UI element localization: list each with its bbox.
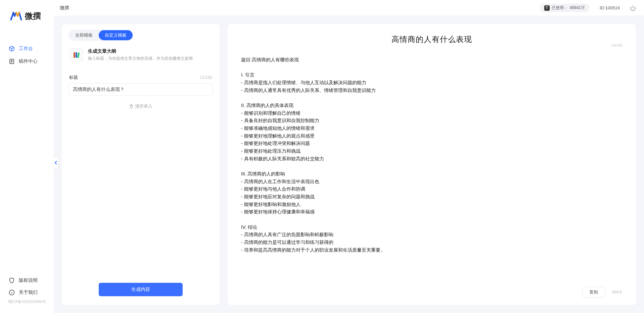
template-desc: 输入标题，为你提供文章主体的灵感，并为其创建推文提纲 [88, 56, 193, 61]
shield-icon [9, 277, 15, 283]
sidebar-item-label: 关于我们 [19, 290, 38, 296]
sidebar: 微撰 工作台 稿件中心 版权说明 [0, 0, 54, 313]
sidebar-item-label: 版权说明 [19, 277, 38, 283]
svg-rect-2 [74, 52, 75, 58]
title-input[interactable] [68, 83, 213, 96]
brand-name: 微撰 [25, 11, 41, 21]
text-chip-icon: T [544, 5, 550, 11]
clear-input-button[interactable]: 清空录入 [129, 103, 152, 109]
selected-template[interactable]: 生成文章大纲 输入标题，为你提供文章主体的灵感，并为其创建推文提纲 [68, 47, 213, 63]
trash-icon [129, 104, 134, 109]
sidebar-collapse-toggle[interactable] [54, 157, 58, 169]
nav-item-drafts[interactable]: 稿件中心 [0, 55, 54, 68]
output-title-count: 10/100 [611, 43, 623, 47]
brand-logo-icon [10, 10, 22, 22]
header: 微撰 T 已使用： 45641字 ID:100519 [54, 0, 644, 16]
output-title[interactable]: 高情商的人有什么表现 [241, 34, 623, 45]
output-word-count: 404字 [612, 290, 623, 295]
nav-item-label: 稿件中心 [19, 58, 38, 64]
svg-rect-3 [76, 52, 77, 58]
usage-count: 45641字 [570, 5, 585, 11]
document-icon [9, 58, 15, 64]
cube-icon [9, 46, 15, 52]
title-field-label: 标题 [69, 74, 78, 81]
nav: 工作台 稿件中心 [0, 29, 54, 271]
output-panel: 高情商的人有什么表现 10/100 题目:高情商的人有哪些表现 I. 引言 - … [228, 24, 636, 305]
template-tabs: 全部模板 自定义模板 [68, 30, 133, 41]
brand-logo[interactable]: 微撰 [0, 0, 54, 29]
account-id: ID:100519 [600, 5, 620, 10]
sidebar-item-about[interactable]: 关于我们 [0, 286, 54, 299]
title-char-count: 11/100 [200, 75, 212, 80]
input-panel: 全部模板 自定义模板 生成文章大纲 输入标题，为你提供文章主体的灵感，并为其创建… [62, 24, 220, 305]
svg-rect-4 [77, 52, 80, 58]
info-icon [9, 290, 15, 296]
chevron-left-icon [54, 161, 58, 165]
generate-button[interactable]: 生成内容 [99, 283, 183, 296]
page-title: 微撰 [60, 5, 69, 11]
clear-input-label: 清空录入 [135, 103, 152, 109]
sidebar-footer: 版权说明 关于我们 鄂ICP备2022016946号 [0, 271, 54, 313]
tab-custom-templates[interactable]: 自定义模板 [99, 30, 133, 40]
usage-badge[interactable]: T 已使用： 45641字 [540, 4, 590, 12]
template-title: 生成文章大纲 [88, 48, 193, 54]
sidebar-item-copyright[interactable]: 版权说明 [0, 274, 54, 286]
icp-text: 鄂ICP备2022016946号 [0, 299, 54, 306]
tab-all-templates[interactable]: 全部模板 [69, 30, 99, 40]
usage-prefix: 已使用： [552, 5, 568, 11]
nav-item-workspace[interactable]: 工作台 [0, 42, 54, 55]
power-icon [630, 5, 636, 11]
template-books-icon [70, 48, 83, 62]
copy-button[interactable]: 复制 [582, 287, 605, 298]
nav-item-label: 工作台 [19, 46, 33, 52]
output-body[interactable]: 题目:高情商的人有哪些表现 I. 引言 - 高情商是指人们处理情绪、与他人互动以… [241, 56, 623, 254]
power-button[interactable] [630, 5, 636, 11]
